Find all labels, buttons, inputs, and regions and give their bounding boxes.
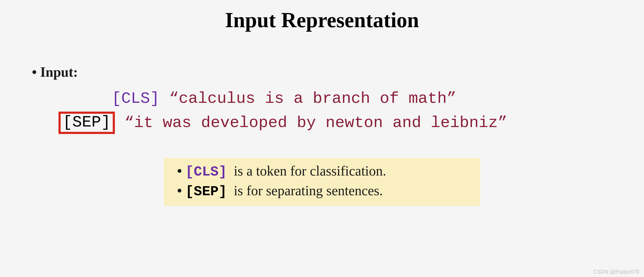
legend-sep-token: [SEP] xyxy=(185,184,227,199)
input-example: [CLS] “calculus is a branch of math” [SE… xyxy=(21,88,623,134)
input-line-1: [CLS] “calculus is a branch of math” xyxy=(112,88,623,109)
legend-row-cls: [CLS] is a token for classification. xyxy=(177,162,472,181)
legend-box: [CLS] is a token for classification. [SE… xyxy=(164,158,480,206)
legend-cls-token: [CLS] xyxy=(185,164,227,180)
section-label-input: Input: xyxy=(32,64,623,80)
sentence-2: “it was developed by newton and leibniz” xyxy=(124,112,507,134)
slide-content: Input Representation Input: [CLS] “calcu… xyxy=(0,0,644,277)
legend-sep-desc: is for separating sentences. xyxy=(230,183,383,198)
sentence-1: “calculus is a branch of math” xyxy=(169,89,456,108)
watermark: CSDN @Poppy679 xyxy=(593,269,639,275)
input-line-2: [SEP] “it was developed by newton and le… xyxy=(58,112,623,134)
cls-token: [CLS] xyxy=(112,89,160,108)
legend-row-sep: [SEP] is for separating sentences. xyxy=(177,181,472,201)
legend-cls-desc: is a token for classification. xyxy=(230,163,386,178)
sep-token-highlighted: [SEP] xyxy=(58,112,115,134)
page-title: Input Representation xyxy=(21,8,623,32)
